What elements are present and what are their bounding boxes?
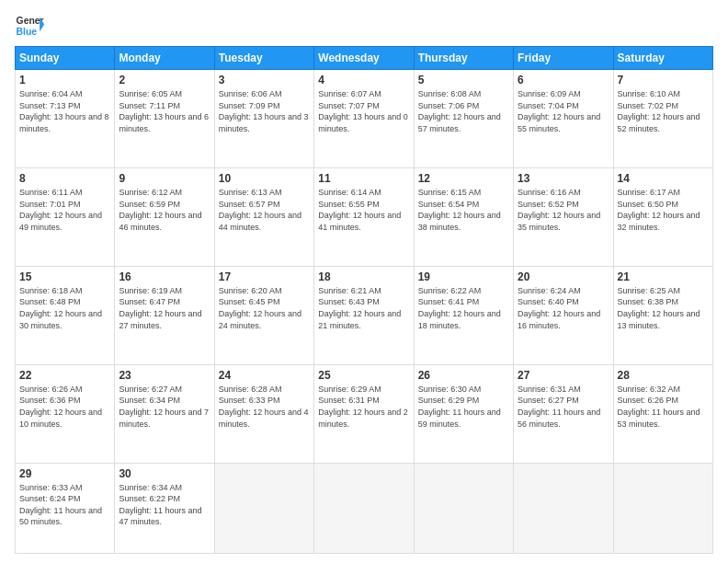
calendar-cell: 29Sunrise: 6:33 AMSunset: 6:24 PMDayligh… <box>16 463 115 553</box>
calendar-cell: 6Sunrise: 6:09 AMSunset: 7:04 PMDaylight… <box>514 70 613 168</box>
day-info: Sunrise: 6:17 AMSunset: 6:50 PMDaylight:… <box>618 187 709 233</box>
day-number: 13 <box>518 172 609 185</box>
calendar-cell: 12Sunrise: 6:15 AMSunset: 6:54 PMDayligh… <box>414 167 513 266</box>
calendar-cell: 2Sunrise: 6:05 AMSunset: 7:11 PMDaylight… <box>115 70 214 168</box>
calendar-cell: 11Sunrise: 6:14 AMSunset: 6:55 PMDayligh… <box>314 167 414 266</box>
day-info: Sunrise: 6:05 AMSunset: 7:11 PMDaylight:… <box>119 88 210 134</box>
calendar-cell: 19Sunrise: 6:22 AMSunset: 6:41 PMDayligh… <box>414 266 513 364</box>
header-saturday: Saturday <box>613 47 712 70</box>
day-info: Sunrise: 6:06 AMSunset: 7:09 PMDaylight:… <box>219 88 310 134</box>
day-info: Sunrise: 6:19 AMSunset: 6:47 PMDaylight:… <box>119 285 210 331</box>
header-tuesday: Tuesday <box>214 47 313 70</box>
calendar-cell: 25Sunrise: 6:29 AMSunset: 6:31 PMDayligh… <box>314 364 414 463</box>
calendar-cell <box>613 463 712 553</box>
day-info: Sunrise: 6:33 AMSunset: 6:24 PMDaylight:… <box>19 482 110 528</box>
day-info: Sunrise: 6:21 AMSunset: 6:43 PMDaylight:… <box>318 285 409 331</box>
header-wednesday: Wednesday <box>314 47 414 70</box>
day-number: 4 <box>318 74 409 86</box>
calendar-cell: 10Sunrise: 6:13 AMSunset: 6:57 PMDayligh… <box>214 167 313 266</box>
calendar-cell: 5Sunrise: 6:08 AMSunset: 7:06 PMDaylight… <box>414 70 513 168</box>
day-number: 26 <box>418 369 509 382</box>
day-info: Sunrise: 6:27 AMSunset: 6:34 PMDaylight:… <box>119 384 210 430</box>
calendar-cell: 22Sunrise: 6:26 AMSunset: 6:36 PMDayligh… <box>16 364 115 463</box>
day-number: 27 <box>518 369 609 382</box>
header-monday: Monday <box>115 47 214 70</box>
calendar-week-row: 8Sunrise: 6:11 AMSunset: 7:01 PMDaylight… <box>16 167 713 266</box>
day-number: 2 <box>119 74 210 86</box>
calendar-cell: 9Sunrise: 6:12 AMSunset: 6:59 PMDaylight… <box>115 167 214 266</box>
day-number: 12 <box>418 172 509 185</box>
day-info: Sunrise: 6:08 AMSunset: 7:06 PMDaylight:… <box>418 88 509 134</box>
day-number: 22 <box>19 369 110 382</box>
day-number: 19 <box>418 270 509 283</box>
day-info: Sunrise: 6:32 AMSunset: 6:26 PMDaylight:… <box>618 384 709 430</box>
day-number: 29 <box>19 467 110 480</box>
header-friday: Friday <box>514 47 613 70</box>
day-number: 1 <box>19 74 110 86</box>
day-info: Sunrise: 6:11 AMSunset: 7:01 PMDaylight:… <box>19 187 110 233</box>
svg-text:Blue: Blue <box>17 27 38 37</box>
day-number: 21 <box>618 270 709 283</box>
day-number: 14 <box>618 172 709 185</box>
day-info: Sunrise: 6:16 AMSunset: 6:52 PMDaylight:… <box>518 187 609 233</box>
calendar-cell <box>514 463 613 553</box>
day-number: 30 <box>119 467 210 480</box>
day-info: Sunrise: 6:13 AMSunset: 6:57 PMDaylight:… <box>219 187 310 233</box>
calendar-cell: 18Sunrise: 6:21 AMSunset: 6:43 PMDayligh… <box>314 266 414 364</box>
day-info: Sunrise: 6:31 AMSunset: 6:27 PMDaylight:… <box>518 384 609 430</box>
calendar-cell: 17Sunrise: 6:20 AMSunset: 6:45 PMDayligh… <box>214 266 313 364</box>
calendar-cell: 14Sunrise: 6:17 AMSunset: 6:50 PMDayligh… <box>613 167 712 266</box>
calendar-cell: 7Sunrise: 6:10 AMSunset: 7:02 PMDaylight… <box>613 70 712 168</box>
header-sunday: Sunday <box>16 47 115 70</box>
calendar-cell: 4Sunrise: 6:07 AMSunset: 7:07 PMDaylight… <box>314 70 414 168</box>
day-info: Sunrise: 6:24 AMSunset: 6:40 PMDaylight:… <box>518 285 609 331</box>
day-number: 7 <box>618 74 709 86</box>
calendar-cell: 13Sunrise: 6:16 AMSunset: 6:52 PMDayligh… <box>514 167 613 266</box>
day-info: Sunrise: 6:22 AMSunset: 6:41 PMDaylight:… <box>418 285 509 331</box>
calendar-cell: 27Sunrise: 6:31 AMSunset: 6:27 PMDayligh… <box>514 364 613 463</box>
calendar-cell: 16Sunrise: 6:19 AMSunset: 6:47 PMDayligh… <box>115 266 214 364</box>
calendar-cell <box>214 463 313 553</box>
day-info: Sunrise: 6:12 AMSunset: 6:59 PMDaylight:… <box>119 187 210 233</box>
calendar-cell: 15Sunrise: 6:18 AMSunset: 6:48 PMDayligh… <box>16 266 115 364</box>
day-number: 20 <box>518 270 609 283</box>
calendar-cell: 21Sunrise: 6:25 AMSunset: 6:38 PMDayligh… <box>613 266 712 364</box>
day-number: 17 <box>219 270 310 283</box>
calendar-cell: 26Sunrise: 6:30 AMSunset: 6:29 PMDayligh… <box>414 364 513 463</box>
calendar-week-row: 15Sunrise: 6:18 AMSunset: 6:48 PMDayligh… <box>16 266 713 364</box>
calendar-cell <box>414 463 513 553</box>
day-number: 24 <box>219 369 310 382</box>
calendar-table: SundayMondayTuesdayWednesdayThursdayFrid… <box>15 46 713 554</box>
day-number: 5 <box>418 74 509 86</box>
day-number: 23 <box>119 369 210 382</box>
day-info: Sunrise: 6:18 AMSunset: 6:48 PMDaylight:… <box>19 285 110 331</box>
day-number: 16 <box>119 270 210 283</box>
calendar-cell: 28Sunrise: 6:32 AMSunset: 6:26 PMDayligh… <box>613 364 712 463</box>
day-number: 6 <box>518 74 609 86</box>
calendar-cell: 3Sunrise: 6:06 AMSunset: 7:09 PMDaylight… <box>214 70 313 168</box>
calendar-cell: 20Sunrise: 6:24 AMSunset: 6:40 PMDayligh… <box>514 266 613 364</box>
day-number: 9 <box>119 172 210 185</box>
day-number: 15 <box>19 270 110 283</box>
day-number: 8 <box>19 172 110 185</box>
logo: General Blue <box>15 11 44 40</box>
calendar-week-row: 29Sunrise: 6:33 AMSunset: 6:24 PMDayligh… <box>16 463 713 553</box>
calendar-week-row: 22Sunrise: 6:26 AMSunset: 6:36 PMDayligh… <box>16 364 713 463</box>
day-number: 18 <box>318 270 409 283</box>
day-info: Sunrise: 6:26 AMSunset: 6:36 PMDaylight:… <box>19 384 110 430</box>
day-info: Sunrise: 6:15 AMSunset: 6:54 PMDaylight:… <box>418 187 509 233</box>
calendar-cell: 23Sunrise: 6:27 AMSunset: 6:34 PMDayligh… <box>115 364 214 463</box>
day-info: Sunrise: 6:07 AMSunset: 7:07 PMDaylight:… <box>318 88 409 134</box>
day-number: 10 <box>219 172 310 185</box>
calendar-week-row: 1Sunrise: 6:04 AMSunset: 7:13 PMDaylight… <box>16 70 713 168</box>
day-info: Sunrise: 6:10 AMSunset: 7:02 PMDaylight:… <box>618 88 709 134</box>
calendar-cell: 8Sunrise: 6:11 AMSunset: 7:01 PMDaylight… <box>16 167 115 266</box>
header-thursday: Thursday <box>414 47 513 70</box>
day-number: 3 <box>219 74 310 86</box>
day-info: Sunrise: 6:04 AMSunset: 7:13 PMDaylight:… <box>19 88 110 134</box>
day-number: 28 <box>618 369 709 382</box>
calendar-cell <box>314 463 414 553</box>
day-info: Sunrise: 6:25 AMSunset: 6:38 PMDaylight:… <box>618 285 709 331</box>
day-info: Sunrise: 6:28 AMSunset: 6:33 PMDaylight:… <box>219 384 310 430</box>
calendar-cell: 30Sunrise: 6:34 AMSunset: 6:22 PMDayligh… <box>115 463 214 553</box>
